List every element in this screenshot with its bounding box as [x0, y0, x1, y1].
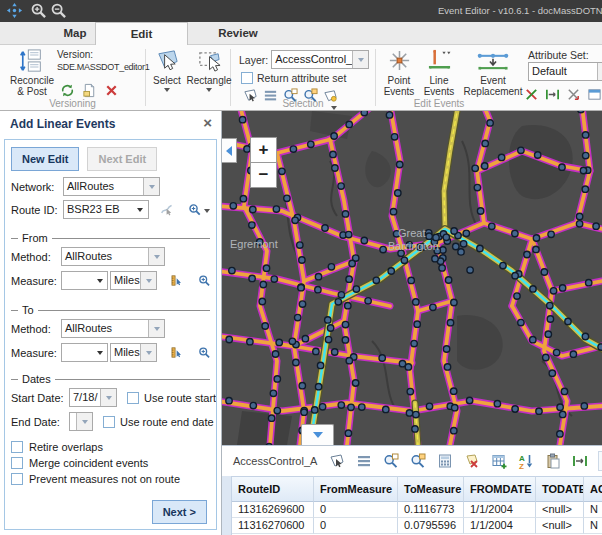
reconcile-post-icon: [20, 48, 44, 75]
chevron-down-icon[interactable]: [92, 344, 107, 361]
attribute-set-select[interactable]: Default: [528, 62, 602, 81]
zoom-to-route-icon[interactable]: [188, 202, 201, 217]
add-table-icon[interactable]: [491, 453, 507, 469]
chevron-down-icon[interactable]: [143, 178, 159, 195]
map-zoom-in-button[interactable]: +: [250, 137, 277, 163]
attributes-list-icon[interactable]: [356, 453, 372, 469]
map-zoom-out-button[interactable]: −: [250, 162, 277, 188]
column-header[interactable]: AC: [584, 476, 602, 502]
chevron-down-icon[interactable]: [352, 51, 368, 68]
table-cell: 11316270600: [232, 518, 314, 534]
rectangle-tool-button[interactable]: Rectangle: [188, 48, 230, 92]
collapse-panel-left-button[interactable]: [222, 138, 237, 163]
route-id-select[interactable]: BSR23 EB: [63, 200, 149, 219]
merge-coincident-events-checkbox[interactable]: [11, 457, 23, 469]
tab-review[interactable]: Review: [196, 22, 280, 44]
column-header[interactable]: ToMeasure: [398, 476, 464, 502]
start-date-input[interactable]: 7/18/: [69, 388, 117, 407]
pan-icon[interactable]: [6, 2, 23, 19]
tab-edit[interactable]: Edit: [95, 22, 188, 45]
zoom-selected-icon[interactable]: [383, 453, 399, 469]
refresh-version-icon[interactable]: [60, 83, 75, 98]
new-version-icon[interactable]: [82, 83, 97, 98]
chevron-down-icon[interactable]: [148, 320, 164, 337]
chevron-down-icon[interactable]: [100, 389, 116, 406]
attribute-window-icon[interactable]: [587, 87, 602, 102]
column-header[interactable]: FromMeasure: [314, 476, 398, 502]
from-group: From Method: AllRoutes Measure: Mil: [11, 232, 210, 290]
to-units-select[interactable]: Miles: [110, 343, 157, 362]
chevron-down-icon[interactable]: [597, 63, 602, 80]
remove-event-icon[interactable]: [524, 87, 539, 102]
select-shape-icon[interactable]: [329, 453, 345, 469]
network-select[interactable]: AllRoutes: [63, 177, 160, 196]
reconcile-post-button[interactable]: Reconcile & Post: [5, 48, 59, 97]
zoom-to-measure-icon[interactable]: [198, 345, 211, 360]
select-tool-button[interactable]: Select: [147, 48, 187, 92]
zoom-previous-icon[interactable]: [410, 453, 426, 469]
zoom-out-icon[interactable]: [50, 2, 67, 19]
retire-overlaps-label: Retire overlaps: [29, 441, 103, 453]
map-graphics: Egremont Great Barrington: [222, 111, 602, 445]
next-edit-button: Next Edit: [87, 147, 157, 171]
column-header[interactable]: RouteID: [232, 476, 314, 502]
use-route-end-date-label: Use route end date: [120, 416, 214, 428]
pick-measure-icon[interactable]: [170, 273, 183, 288]
to-measure-input[interactable]: [61, 343, 108, 362]
measure-icon[interactable]: [545, 87, 560, 102]
titlebar: Event Editor - v10.6.1 - docMassDOTN: [0, 0, 602, 22]
use-route-end-date-checkbox[interactable]: [103, 416, 115, 428]
point-events-icon: [387, 48, 412, 75]
from-measure-input[interactable]: [61, 271, 108, 290]
table-cell: N: [584, 502, 602, 518]
zoom-to-measure-icon[interactable]: [198, 273, 211, 288]
close-icon[interactable]: ×: [203, 114, 212, 131]
point-events-button[interactable]: Point Events: [380, 48, 418, 97]
table-cell: 0.0795596: [398, 518, 464, 534]
pick-measure-icon[interactable]: [170, 345, 183, 360]
from-units-select[interactable]: Miles: [110, 271, 157, 290]
group-label-selection: Selection: [231, 98, 375, 109]
clear-selection-icon[interactable]: [464, 453, 480, 469]
map-canvas[interactable]: Egremont Great Barrington + −: [222, 111, 602, 445]
layer-select[interactable]: AccessControl_A: [271, 50, 369, 69]
table-row[interactable]: 1131627060000.07955961/1/2004<null>N: [232, 518, 602, 534]
retire-overlaps-checkbox[interactable]: [11, 441, 23, 453]
map-label-barrington: Barrington: [388, 240, 439, 252]
use-route-start-date-label: Use route start date: [144, 392, 217, 404]
collapse-table-button[interactable]: [301, 424, 334, 445]
column-header[interactable]: FROMDATE: [464, 476, 536, 502]
new-edit-button[interactable]: New Edit: [11, 147, 79, 171]
zoom-in-icon[interactable]: [30, 2, 47, 19]
table-tools: [329, 453, 588, 469]
rectangle-tool-icon: [197, 48, 222, 75]
next-button[interactable]: Next >: [152, 500, 207, 524]
use-route-start-date-checkbox[interactable]: [127, 392, 139, 404]
calculator-icon[interactable]: [437, 453, 453, 469]
table-cell: N: [584, 518, 602, 534]
table-row[interactable]: 1131626960000.11167731/1/2004<null>N: [232, 502, 602, 518]
chevron-down-icon[interactable]: [92, 272, 107, 289]
return-attribute-set-checkbox[interactable]: [241, 72, 253, 84]
version-value: SDE.MASSDOT_editor1: [57, 61, 149, 73]
event-replacement-button[interactable]: Event Replacement: [460, 48, 526, 97]
chevron-down-icon[interactable]: [140, 344, 156, 361]
to-method-select[interactable]: AllRoutes: [61, 319, 165, 338]
paste-icon[interactable]: [545, 453, 561, 469]
chevron-down-icon[interactable]: [133, 201, 148, 218]
measure-icon[interactable]: [572, 453, 588, 469]
delete-version-icon[interactable]: [104, 83, 119, 98]
chevron-down-icon[interactable]: [140, 272, 156, 289]
snap-event-icon[interactable]: [566, 87, 581, 102]
prevent-measures-checkbox[interactable]: [11, 473, 23, 485]
sort-icon[interactable]: [518, 453, 534, 469]
from-method-select[interactable]: AllRoutes: [61, 247, 165, 266]
chevron-down-icon[interactable]: [148, 248, 164, 265]
chevron-down-icon[interactable]: [204, 209, 210, 213]
table-search-input[interactable]: S: [598, 451, 602, 471]
end-date-input[interactable]: [69, 412, 93, 431]
chevron-down-icon[interactable]: [76, 413, 92, 430]
line-events-button[interactable]: Line Events: [420, 48, 458, 97]
column-header[interactable]: TODATE: [536, 476, 584, 502]
pick-route-icon[interactable]: [160, 202, 173, 217]
